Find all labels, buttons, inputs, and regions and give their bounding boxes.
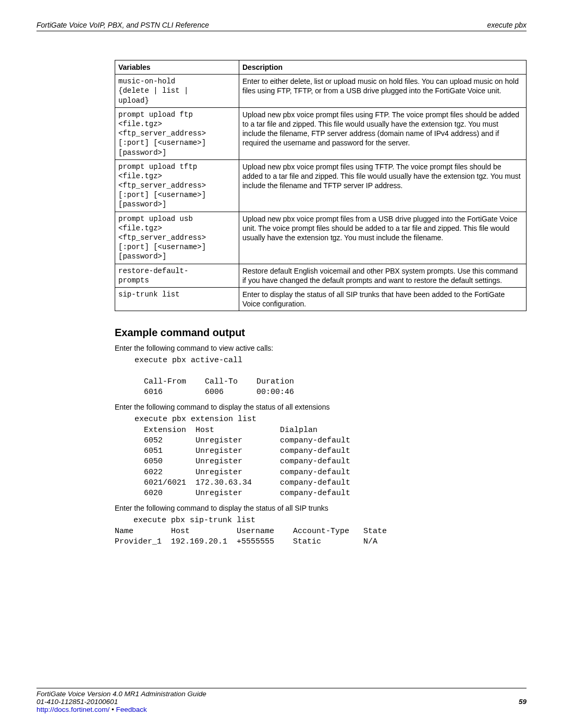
- header-right: execute pbx: [487, 21, 527, 29]
- section-heading: Example command output: [115, 327, 527, 339]
- th-variables: Variables: [115, 60, 239, 75]
- footer-docs-link[interactable]: http://docs.fortinet.com/: [36, 706, 109, 713]
- cell-var: restore-default- prompts: [115, 264, 239, 287]
- page-header: FortiGate Voice VoIP, PBX, and PSTN CLI …: [36, 21, 527, 31]
- code-sip-trunks: execute pbx sip-trunk list Name Host Use…: [115, 515, 527, 547]
- footer-line2: 01-410-112851-20100601: [36, 698, 527, 706]
- intro-extensions: Enter the following command to display t…: [115, 403, 527, 411]
- cell-desc: Upload new pbx voice prompt files using …: [239, 107, 527, 159]
- footer-bullet: •: [109, 706, 116, 713]
- cell-desc: Upload new pbx voice prompt files using …: [239, 159, 527, 212]
- cell-desc: Restore default English voicemail and ot…: [239, 264, 527, 287]
- cell-var: music-on-hold {delete | list | upload}: [115, 75, 239, 108]
- header-left: FortiGate Voice VoIP, PBX, and PSTN CLI …: [36, 21, 209, 29]
- cell-var: prompt upload ftp <file.tgz> <ftp_server…: [115, 107, 239, 159]
- table-row: sip-trunk list Enter to display the stat…: [115, 287, 527, 311]
- table-row: music-on-hold {delete | list | upload} E…: [115, 75, 527, 108]
- cell-desc: Upload new pbx voice prompt files from a…: [239, 212, 527, 264]
- code-active-calls: execute pbx active-call Call-From Call-T…: [134, 355, 527, 398]
- intro-sip-trunks: Enter the following command to display t…: [115, 504, 527, 512]
- th-description: Description: [239, 60, 527, 75]
- table-row: prompt upload usb <file.tgz> <ftp_server…: [115, 212, 527, 264]
- footer-feedback-link[interactable]: Feedback: [116, 706, 147, 713]
- cell-desc: Enter to either delete, list or upload m…: [239, 75, 527, 108]
- page-content: Variables Description music-on-hold {del…: [115, 60, 527, 547]
- page-number: 59: [519, 698, 527, 706]
- code-extensions: execute pbx extension list Extension Hos…: [134, 414, 527, 499]
- table-row: prompt upload tftp <file.tgz> <ftp_serve…: [115, 159, 527, 212]
- table-row: restore-default- prompts Restore default…: [115, 264, 527, 287]
- cell-var: sip-trunk list: [115, 287, 239, 311]
- table-row: prompt upload ftp <file.tgz> <ftp_server…: [115, 107, 527, 159]
- footer-line1: FortiGate Voice Version 4.0 MR1 Administ…: [36, 690, 527, 698]
- variables-table: Variables Description music-on-hold {del…: [115, 60, 527, 311]
- cell-var: prompt upload usb <file.tgz> <ftp_server…: [115, 212, 239, 264]
- cell-desc: Enter to display the status of all SIP t…: [239, 287, 527, 311]
- page-footer: FortiGate Voice Version 4.0 MR1 Administ…: [36, 688, 527, 713]
- cell-var: prompt upload tftp <file.tgz> <ftp_serve…: [115, 159, 239, 212]
- intro-active-calls: Enter the following command to view acti…: [115, 344, 527, 352]
